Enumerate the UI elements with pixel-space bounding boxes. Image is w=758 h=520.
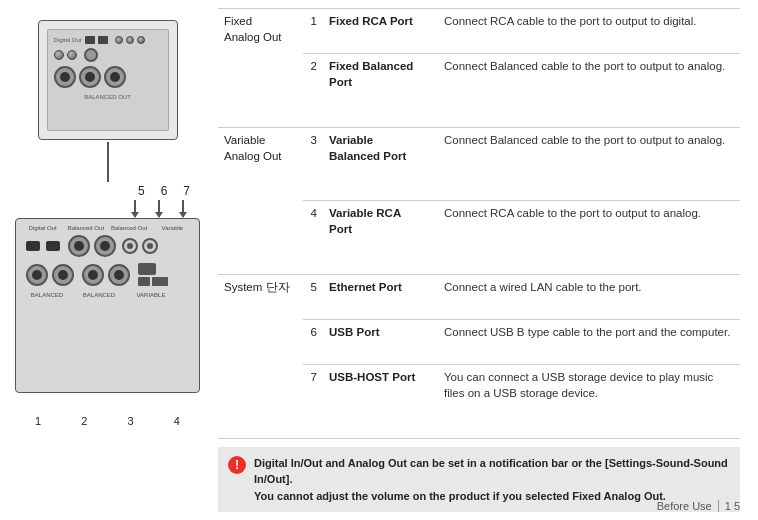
footer-section: Before Use [657,500,712,512]
group-name-variable-analog: VariableAnalog Out [218,127,303,274]
notice-text: Digital In/Out and Analog Out can be set… [254,455,730,505]
device-top: Digital Out [38,20,178,140]
label-1: 1 [35,415,41,427]
port-desc-7: You can connect a USB storage device to … [438,364,740,438]
right-panel: FixedAnalog Out 1 Fixed RCA Port Connect… [210,0,758,520]
port-num-7: 7 [303,364,323,438]
port-name-2: Fixed BalancedPort [323,53,438,127]
port-name-7: USB-HOST Port [323,364,438,438]
port-num-2: 2 [303,53,323,127]
group-name-system: System 단자 [218,274,303,438]
label-3: 3 [128,415,134,427]
footer: Before Use 1 5 [657,500,740,512]
label-2: 2 [81,415,87,427]
footer-divider [718,500,719,512]
label-6: 6 [161,184,168,198]
notice-line2: You cannot adjust the volume on the prod… [254,490,666,502]
port-desc-6: Connect USB B type cable to the port and… [438,319,740,364]
port-desc-2: Connect Balanced cable to the port to ou… [438,53,740,127]
table-row: VariableAnalog Out 3 VariableBalanced Po… [218,127,740,201]
left-panel: Digital Out [0,0,210,520]
port-num-3: 3 [303,127,323,201]
connector-line [107,142,109,182]
port-desc-3: Connect Balanced cable to the port to ou… [438,127,740,201]
port-num-6: 6 [303,319,323,364]
port-name-6: USB Port [323,319,438,364]
label-5: 5 [138,184,145,198]
notice-line1: Digital In/Out and Analog Out can be set… [254,457,728,486]
port-name-4: Variable RCAPort [323,201,438,275]
table-row: FixedAnalog Out 1 Fixed RCA Port Connect… [218,9,740,54]
top-arrow-section: 5 6 7 [15,184,200,218]
table-row: System 단자 5 Ethernet Port Connect a wire… [218,274,740,319]
port-name-1: Fixed RCA Port [323,9,438,54]
port-num-5: 5 [303,274,323,319]
label-7: 7 [183,184,190,198]
device-bottom: Digital Out Balanced Out Balanced Out Va… [15,218,200,393]
notice-icon: ! [228,456,246,474]
port-desc-5: Connect a wired LAN cable to the port. [438,274,740,319]
footer-page: 1 5 [725,500,740,512]
port-table: FixedAnalog Out 1 Fixed RCA Port Connect… [218,8,740,439]
label-4: 4 [174,415,180,427]
num-labels: 1 2 3 4 [15,415,200,427]
page-container: Digital Out [0,0,758,520]
port-name-5: Ethernet Port [323,274,438,319]
port-desc-1: Connect RCA cable to the port to output … [438,9,740,54]
group-name-fixed-analog: FixedAnalog Out [218,9,303,128]
port-desc-4: Connect RCA cable to the port to output … [438,201,740,275]
port-num-4: 4 [303,201,323,275]
port-name-3: VariableBalanced Port [323,127,438,201]
port-num-1: 1 [303,9,323,54]
